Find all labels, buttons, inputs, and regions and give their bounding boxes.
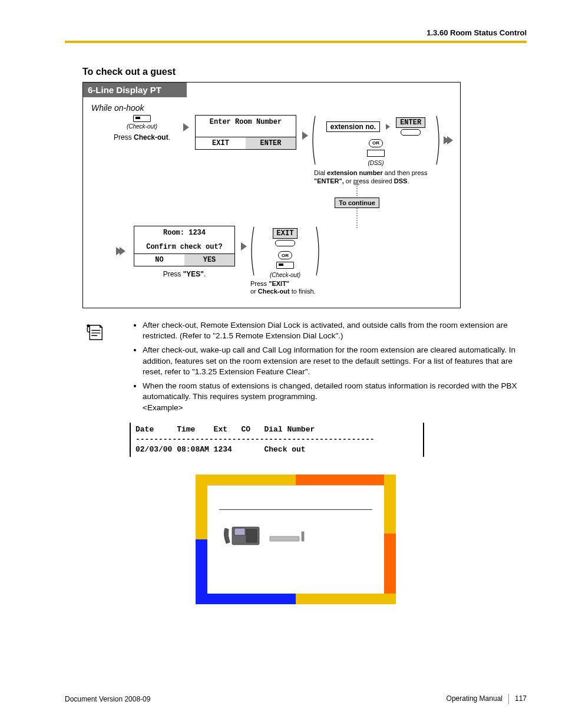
arrow-icon: [302, 131, 308, 140]
ad-graphic: [196, 475, 396, 604]
note-item: When the room status of extensions is ch…: [143, 381, 527, 413]
ext-or-dss-group: extension no. ENTER OR (DSS: [314, 115, 438, 166]
notes-block: After check-out, Remote Extension Dial L…: [82, 320, 527, 417]
dss-caption: (DSS): [320, 160, 432, 166]
svg-rect-10: [234, 528, 245, 535]
diagram-title: 6-Line Display PT: [83, 83, 187, 97]
continue-line-icon: [356, 208, 358, 229]
checkout-caption: (Check-out): [259, 272, 312, 278]
continue-arrow-up-icon: [356, 181, 358, 197]
diagram: 6-Line Display PT While on-hook (Check-o…: [82, 82, 461, 308]
lcd1-enter: ENTER: [246, 137, 296, 149]
arrow-icon: [120, 247, 125, 255]
svg-rect-11: [246, 529, 257, 542]
header-rule: [65, 41, 527, 43]
lcd1-title: Enter Room Number: [196, 116, 296, 137]
exit-button-label: EXIT: [273, 228, 298, 239]
lcd2-room: Room: 1234: [135, 229, 233, 237]
exit-desc: Press "EXIT" or Check-out to finish.: [250, 280, 316, 297]
ext-desc: Dial extension number and then press "EN…: [314, 169, 428, 186]
example-label: <Example>: [143, 403, 183, 412]
phone-device-icon: [222, 516, 310, 552]
lcd-confirm: Room: 1234 Confirm check out? NO YES: [134, 226, 235, 266]
checkout-button-icon: [133, 115, 151, 122]
dss-button-icon: [367, 150, 385, 157]
lcd2-no: NO: [134, 254, 184, 266]
exit-key-icon: [275, 240, 295, 246]
svg-rect-13: [302, 532, 304, 541]
svg-rect-12: [270, 536, 299, 541]
lcd1-exit: EXIT: [196, 137, 246, 149]
running-header: 1.3.60 Room Status Control: [65, 28, 527, 41]
enter-key-icon: [401, 129, 421, 136]
svg-rect-5: [196, 475, 207, 539]
lcd2-yes: YES: [184, 254, 234, 266]
svg-rect-2: [296, 475, 396, 485]
note-item: After check-out, Remote Extension Dial L…: [143, 320, 527, 341]
arrow-icon: [386, 124, 390, 130]
note-item: After check-out, wake-up call and Call L…: [143, 345, 527, 377]
page-footer: Document Version 2008-09 Operating Manua…: [65, 694, 527, 704]
arrow-icon: [241, 242, 247, 251]
or-label: OR: [278, 251, 292, 259]
svg-rect-7: [196, 594, 296, 604]
checkout-button-caption: (Check-out): [127, 123, 157, 130]
page: 1.3.60 Room Status Control To check out …: [0, 0, 562, 728]
arrow-icon: [183, 123, 189, 131]
lcd-enter-room: Enter Room Number EXIT ENTER: [195, 115, 296, 150]
press-checkout-caption: Press Check-out.: [114, 133, 170, 141]
footer-left: Document Version 2008-09: [65, 695, 150, 703]
checkout-button-icon: [276, 262, 294, 269]
svg-rect-8: [296, 594, 396, 604]
example-printout: Date Time Ext CO Dial Number -----------…: [130, 423, 424, 457]
section-title: To check out a guest: [82, 67, 527, 77]
exit-or-checkout-group: EXIT OR (Check-out): [253, 226, 318, 276]
svg-rect-1: [196, 475, 296, 485]
press-yes-caption: Press "YES".: [163, 270, 206, 278]
to-continue-label: To continue: [335, 197, 379, 208]
enter-button-label: ENTER: [396, 117, 425, 128]
extension-no-field: extension no.: [326, 121, 380, 132]
arrow-icon: [447, 136, 453, 144]
note-icon: [82, 320, 107, 417]
svg-point-0: [87, 325, 90, 327]
footer-right: Operating Manual117: [447, 694, 527, 704]
while-on-hook-label: While on-hook: [91, 103, 460, 113]
lcd2-confirm: Confirm check out?: [135, 243, 233, 251]
or-label: OR: [369, 139, 383, 147]
notes-list: After check-out, Remote Extension Dial L…: [119, 320, 527, 417]
